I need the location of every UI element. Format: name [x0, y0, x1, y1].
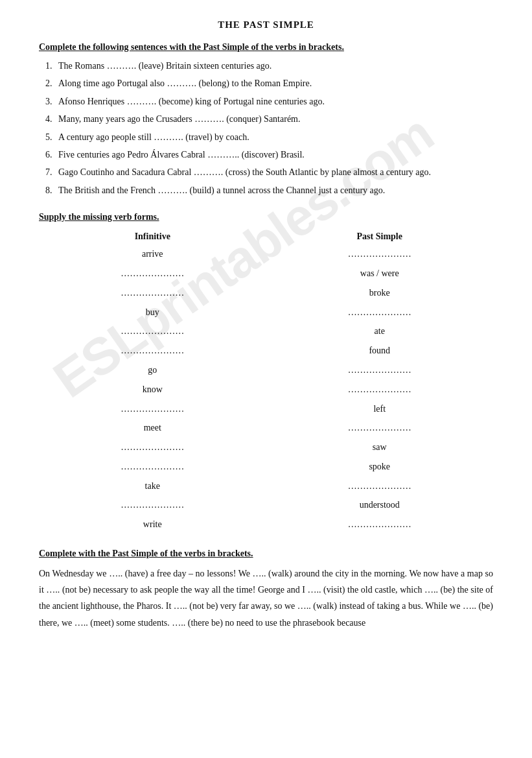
verb-table-row: …………………understood: [39, 495, 493, 515]
infinitive-cell: go: [39, 361, 266, 380]
sentences-list: 1.The Romans ………. (leave) Britain sixtee…: [45, 59, 493, 198]
past-cell: …………………: [266, 515, 494, 534]
sentence-item: 8.The British and the French ………. (build…: [45, 184, 493, 198]
infinitive-cell: …………………: [39, 341, 266, 361]
verb-table: Infinitive Past Simple arrive………………………………: [39, 229, 493, 534]
page-title: THE PAST SIMPLE: [39, 19, 493, 30]
sentence-item: 5.A century ago people still ………. (trave…: [45, 130, 493, 145]
verb-table-row: …………………found: [39, 341, 493, 361]
past-cell: …………………: [266, 303, 494, 322]
past-cell: …………………: [266, 361, 494, 380]
sentence-item: 6.Five centuries ago Pedro Álvares Cabra…: [45, 148, 493, 162]
infinitive-cell: …………………: [39, 264, 266, 283]
verb-table-row: meet…………………: [39, 418, 493, 438]
past-cell: was / were: [266, 264, 494, 283]
infinitive-cell: know: [39, 380, 266, 399]
verb-table-row: know…………………: [39, 380, 493, 399]
infinitive-cell: …………………: [39, 495, 266, 515]
verb-table-row: buy…………………: [39, 303, 493, 322]
infinitive-cell: …………………: [39, 438, 266, 457]
past-cell: left: [266, 399, 494, 419]
section3-paragraph: On Wednesday we ….. (have) a free day – …: [39, 565, 493, 631]
past-cell: …………………: [266, 477, 494, 496]
col-infinitive-header: Infinitive: [39, 229, 266, 244]
section1-heading: Complete the following sentences with th…: [39, 42, 493, 53]
infinitive-cell: take: [39, 477, 266, 496]
infinitive-cell: …………………: [39, 399, 266, 419]
past-cell: broke: [266, 283, 494, 303]
past-cell: …………………: [266, 380, 494, 399]
sentence-item: 4.Many, many years ago the Crusaders …………: [45, 112, 493, 126]
verb-table-row: take…………………: [39, 477, 493, 496]
past-cell: understood: [266, 495, 494, 515]
sentence-item: 3.Afonso Henriques ………. (become) king of…: [45, 95, 493, 109]
sentence-item: 2.Along time ago Portugal also ………. (bel…: [45, 77, 493, 91]
col-past-header: Past Simple: [266, 229, 494, 244]
infinitive-cell: …………………: [39, 283, 266, 303]
past-cell: ate: [266, 322, 494, 341]
section2: Supply the missing verb forms. Infinitiv…: [39, 212, 493, 534]
verb-table-row: write…………………: [39, 515, 493, 534]
past-cell: spoke: [266, 457, 494, 477]
verb-table-row: go…………………: [39, 361, 493, 380]
verb-table-row: …………………was / were: [39, 264, 493, 283]
sentence-item: 1.The Romans ………. (leave) Britain sixtee…: [45, 59, 493, 73]
section1: Complete the following sentences with th…: [39, 42, 493, 198]
past-cell: found: [266, 341, 494, 361]
infinitive-cell: arrive: [39, 244, 266, 264]
section2-heading: Supply the missing verb forms.: [39, 212, 493, 222]
section3-heading: Complete with the Past Simple of the ver…: [39, 549, 493, 559]
verb-table-row: …………………saw: [39, 438, 493, 457]
verb-table-row: …………………ate: [39, 322, 493, 341]
verb-table-row: …………………broke: [39, 283, 493, 303]
verb-table-row: arrive…………………: [39, 244, 493, 264]
infinitive-cell: buy: [39, 303, 266, 322]
infinitive-cell: …………………: [39, 322, 266, 341]
past-cell: …………………: [266, 244, 494, 264]
verb-table-row: …………………left: [39, 399, 493, 419]
past-cell: saw: [266, 438, 494, 457]
sentence-item: 7.Gago Coutinho and Sacadura Cabral ……….…: [45, 165, 493, 180]
past-cell: …………………: [266, 418, 494, 438]
infinitive-cell: …………………: [39, 457, 266, 477]
infinitive-cell: write: [39, 515, 266, 534]
infinitive-cell: meet: [39, 418, 266, 438]
verb-table-row: …………………spoke: [39, 457, 493, 477]
section3: Complete with the Past Simple of the ver…: [39, 549, 493, 631]
